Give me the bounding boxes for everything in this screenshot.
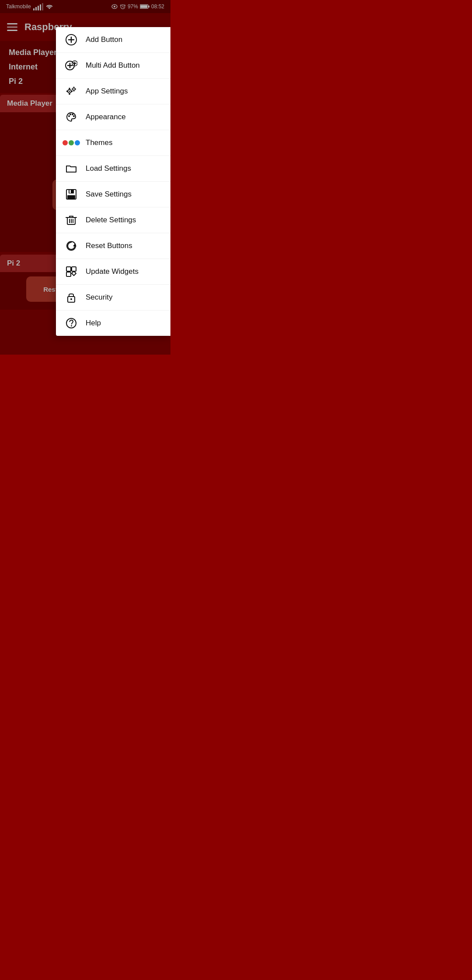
svg-rect-40	[67, 195, 75, 199]
menu-label-themes: Themes	[86, 138, 112, 147]
svg-rect-26	[71, 91, 73, 92]
folder-icon	[65, 162, 78, 175]
svg-rect-25	[66, 91, 68, 92]
palette-icon	[65, 110, 78, 124]
widgets-icon	[65, 265, 78, 278]
svg-point-33	[68, 115, 70, 117]
menu-label-help: Help	[86, 319, 101, 328]
svg-rect-29	[73, 87, 74, 88]
svg-point-35	[72, 114, 73, 115]
lock-icon	[65, 291, 78, 304]
menu-label-appearance: Appearance	[86, 113, 126, 121]
menu-item-reset-buttons[interactable]: Reset Buttons	[56, 233, 170, 259]
menu-label-reset-buttons: Reset Buttons	[86, 242, 132, 250]
svg-rect-48	[66, 267, 71, 271]
add-circle-icon	[65, 33, 78, 46]
menu-item-multi-add-button[interactable]: Multi Add Button	[56, 53, 170, 79]
svg-rect-39	[69, 190, 71, 193]
svg-point-55	[71, 325, 72, 327]
menu-item-help[interactable]: Help	[56, 311, 170, 336]
svg-marker-51	[72, 271, 76, 276]
svg-rect-31	[72, 89, 73, 90]
svg-point-53	[70, 298, 72, 300]
svg-point-28	[73, 89, 74, 90]
svg-rect-30	[73, 91, 74, 92]
menu-label-add-button: Add Button	[86, 35, 122, 44]
menu-item-update-widgets[interactable]: Update Widgets	[56, 259, 170, 285]
themes-icon	[65, 136, 78, 149]
svg-rect-23	[69, 88, 70, 89]
menu-item-app-settings[interactable]: App Settings	[56, 79, 170, 104]
menu-label-load-settings: Load Settings	[86, 164, 131, 173]
multi-add-icon	[65, 59, 78, 72]
svg-point-34	[69, 114, 71, 115]
menu-item-save-settings[interactable]: Save Settings	[56, 182, 170, 207]
reset-icon	[65, 239, 78, 252]
menu-label-security: Security	[86, 293, 112, 302]
menu-label-app-settings: App Settings	[86, 87, 128, 96]
svg-rect-38	[69, 190, 74, 193]
svg-point-22	[69, 91, 70, 92]
svg-rect-50	[66, 272, 71, 276]
menu-item-appearance[interactable]: Appearance	[56, 104, 170, 130]
svg-rect-32	[75, 89, 76, 90]
delete-icon	[65, 214, 78, 227]
menu-label-save-settings: Save Settings	[86, 190, 132, 199]
svg-rect-24	[69, 93, 70, 95]
menu-item-add-button[interactable]: Add Button	[56, 27, 170, 53]
svg-rect-49	[72, 267, 76, 271]
menu-item-delete-settings[interactable]: Delete Settings	[56, 207, 170, 233]
menu-label-multi-add-button: Multi Add Button	[86, 61, 140, 70]
menu-item-themes[interactable]: Themes	[56, 130, 170, 156]
dropdown-menu: Add Button Multi Add Button	[56, 27, 170, 336]
svg-point-36	[73, 115, 75, 117]
save-icon	[65, 188, 78, 201]
settings-icon	[65, 85, 78, 98]
menu-item-load-settings[interactable]: Load Settings	[56, 156, 170, 182]
menu-item-security[interactable]: Security	[56, 285, 170, 311]
menu-label-update-widgets: Update Widgets	[86, 267, 139, 276]
help-icon	[65, 317, 78, 330]
menu-label-delete-settings: Delete Settings	[86, 216, 136, 224]
